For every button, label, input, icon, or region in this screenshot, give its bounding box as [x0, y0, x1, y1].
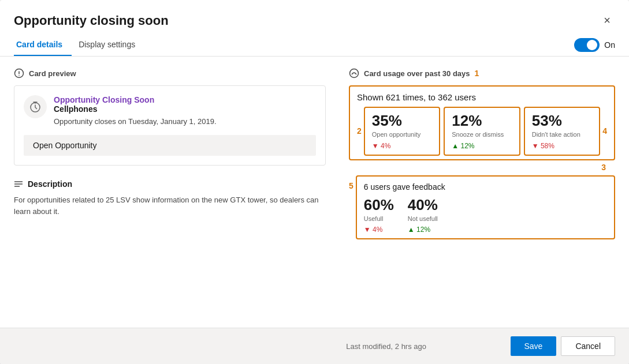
card-company: Cellphones: [54, 104, 217, 114]
card-text-block: Opportunity Closing Soon Cellphones Oppo…: [54, 95, 217, 126]
modal-header: Opportunity closing soon ×: [0, 0, 629, 29]
fb-1-pct: 40%: [408, 196, 438, 214]
feedback-stats: 60% Usefull ▼ 4% 40% Not usefull ▲ 12%: [364, 196, 607, 234]
stat-no-action: 53% Didn't take action ▼ 58%: [524, 107, 600, 156]
stat-2-label: Didn't take action: [532, 130, 592, 138]
close-button[interactable]: ×: [599, 12, 615, 29]
left-panel: Card preview Opportunity Closing Soon: [14, 68, 326, 316]
stat-2-change: ▼ 58%: [532, 142, 592, 150]
svg-point-1: [18, 75, 20, 76]
toggle-area: On: [574, 38, 615, 52]
toggle-label: On: [604, 40, 615, 50]
card-inner: Opportunity Closing Soon Cellphones Oppo…: [24, 95, 316, 126]
feedback-title: 6 users gave feedback: [364, 182, 607, 192]
modal-footer: Last modified, 2 hrs ago Save Cancel: [0, 328, 629, 364]
description-header: Description: [14, 179, 326, 189]
right-panel: Card usage over past 30 days 1 Shown 621…: [349, 68, 615, 316]
stat-snooze: 12% Snooze or dismiss ▲ 12%: [444, 107, 520, 156]
usage-stats-box: Shown 621 times, to 362 users 2 35% Open…: [349, 85, 615, 160]
stat-1-pct: 12%: [452, 112, 512, 129]
stat-0-change: ▼ 4%: [372, 142, 432, 150]
stats-row: 35% Open opportunity ▼ 4% 12% Snooze or …: [364, 107, 600, 156]
annotation-5-label: 5: [349, 181, 353, 190]
save-button[interactable]: Save: [511, 336, 557, 356]
tabs-bar: Card details Display settings On: [0, 34, 629, 57]
feedback-box: 6 users gave feedback 60% Usefull ▼ 4% 4…: [356, 175, 615, 239]
description-section: Description For opportunities related to…: [14, 179, 326, 217]
annotation-3-label: 3: [601, 163, 606, 172]
stat-1-label: Snooze or dismiss: [452, 130, 512, 138]
fb-1-label: Not usefull: [408, 215, 438, 222]
stat-0-pct: 35%: [372, 112, 432, 129]
description-label: Description: [28, 179, 72, 189]
stat-2-pct: 53%: [532, 112, 592, 129]
cancel-button[interactable]: Cancel: [561, 336, 615, 356]
stat-open-opportunity: 35% Open opportunity ▼ 4%: [364, 107, 440, 156]
fb-0-label: Usefull: [364, 215, 394, 222]
last-modified-text: Last modified, 2 hrs ago: [262, 342, 511, 351]
modal-container: Opportunity closing soon × Card details …: [0, 0, 629, 364]
stat-1-change: ▲ 12%: [452, 142, 512, 150]
on-off-toggle[interactable]: [574, 38, 600, 52]
card-timer-icon: [24, 95, 47, 118]
fb-1-change: ▲ 12%: [408, 226, 438, 234]
annotation-4-label: 4: [602, 126, 607, 136]
annotation-2-label: 2: [357, 126, 362, 136]
open-opportunity-button[interactable]: Open Opportunity: [24, 135, 316, 156]
tab-display-settings[interactable]: Display settings: [76, 34, 144, 56]
card-preview-label: Card preview: [29, 69, 76, 78]
preview-icon: [14, 68, 24, 78]
usage-header: Card usage over past 30 days 1: [349, 68, 615, 78]
shown-text: Shown 621 times, to 362 users: [357, 92, 607, 102]
modal-title: Opportunity closing soon: [14, 13, 169, 28]
card-opportunity-title: Opportunity Closing Soon: [54, 95, 217, 104]
fb-0-pct: 60%: [364, 196, 394, 214]
modal-body: Card preview Opportunity Closing Soon: [0, 57, 629, 316]
description-icon: [14, 179, 23, 189]
fb-0-change: ▼ 4%: [364, 226, 394, 234]
svg-point-6: [350, 69, 359, 78]
card-preview-section-label: Card preview: [14, 68, 326, 78]
card-date: Opportunity closes on Tuesday, January 1…: [54, 117, 217, 126]
footer-buttons: Save Cancel: [511, 336, 616, 356]
usage-icon: [349, 68, 359, 78]
card-preview-box: Opportunity Closing Soon Cellphones Oppo…: [14, 85, 326, 166]
usage-title: Card usage over past 30 days: [364, 69, 470, 78]
tab-card-details[interactable]: Card details: [14, 34, 72, 56]
annotation-1-label: 1: [475, 69, 479, 78]
feedback-stat-useful: 60% Usefull ▼ 4%: [364, 196, 394, 234]
description-text: For opportunities related to 25 LSV show…: [14, 194, 326, 217]
feedback-stat-not-useful: 40% Not usefull ▲ 12%: [408, 196, 438, 234]
stat-0-label: Open opportunity: [372, 130, 432, 138]
